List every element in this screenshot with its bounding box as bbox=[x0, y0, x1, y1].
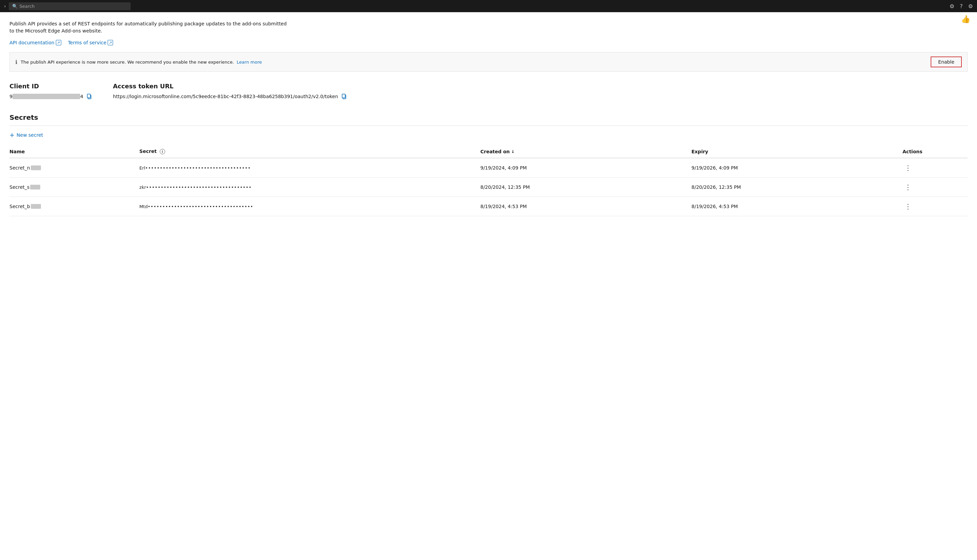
settings-icon[interactable]: ⚙ bbox=[950, 3, 954, 10]
access-token-block: Access token URL https://login.microsoft… bbox=[113, 83, 348, 100]
th-expiry: Expiry bbox=[691, 145, 902, 158]
th-secret: Secret i bbox=[139, 145, 480, 158]
api-docs-external-icon: ↗ bbox=[56, 40, 61, 45]
links-row: API documentation ↗ Terms of service ↗ bbox=[10, 40, 967, 45]
new-secret-button[interactable]: + New secret bbox=[10, 131, 43, 138]
secrets-tbody: Secret_n Erl••••••••••••••••••••••••••••… bbox=[10, 158, 967, 216]
info-banner: ℹ The publish API experience is now more… bbox=[10, 52, 967, 72]
access-token-copy-button[interactable] bbox=[341, 93, 348, 100]
th-secret-label: Secret bbox=[139, 148, 157, 154]
help-icon[interactable]: ? bbox=[960, 3, 963, 10]
table-row: Secret_b Mtd••••••••••••••••••••••••••••… bbox=[10, 197, 967, 216]
main-content: Publish API provides a set of REST endpo… bbox=[0, 12, 977, 224]
terms-external-icon: ↗ bbox=[108, 40, 113, 45]
row3-secret-dots: •••••••••••••••••••••••••••••••••••• bbox=[148, 204, 253, 209]
svg-rect-1 bbox=[87, 94, 90, 98]
row3-name-masked: Secret_b bbox=[10, 204, 41, 209]
api-docs-label: API documentation bbox=[10, 40, 55, 45]
table-row: Secret_s zkr••••••••••••••••••••••••••••… bbox=[10, 178, 967, 197]
th-name: Name bbox=[10, 145, 139, 158]
user-settings-icon[interactable]: ⚙ bbox=[968, 3, 973, 10]
client-id-suffix: 4 bbox=[80, 94, 83, 99]
feedback-icon-container: 👍 bbox=[961, 15, 970, 23]
row2-action-menu-button[interactable]: ⋮ bbox=[902, 182, 914, 192]
row1-actions: ⋮ bbox=[902, 158, 967, 178]
row1-secret-prefix: Erl bbox=[139, 165, 145, 170]
terms-of-service-link[interactable]: Terms of service ↗ bbox=[68, 40, 113, 45]
client-id-prefix: 9 bbox=[10, 94, 13, 99]
api-description: Publish API provides a set of REST endpo… bbox=[10, 20, 287, 35]
banner-message: The publish API experience is now more s… bbox=[21, 60, 927, 65]
access-token-url: https://login.microsoftonline.com/5c9eed… bbox=[113, 94, 338, 99]
row2-created: 8/20/2024, 12:35 PM bbox=[480, 178, 692, 197]
row3-name: Secret_b bbox=[10, 197, 139, 216]
copy-icon-token bbox=[342, 94, 347, 99]
th-actions: Actions bbox=[902, 145, 967, 158]
secrets-table: Name Secret i Created on ↓ Expiry Action… bbox=[10, 145, 967, 216]
row1-name-masked: Secret_n bbox=[10, 165, 41, 170]
row2-actions: ⋮ bbox=[902, 178, 967, 197]
table-header: Name Secret i Created on ↓ Expiry Action… bbox=[10, 145, 967, 158]
row3-name-gray bbox=[31, 204, 41, 209]
row1-action-menu-button[interactable]: ⋮ bbox=[902, 163, 914, 173]
row3-secret: Mtd•••••••••••••••••••••••••••••••••••• bbox=[139, 197, 480, 216]
search-container: 🔍 Search bbox=[9, 2, 131, 10]
row1-secret-dots: •••••••••••••••••••••••••••••••••••• bbox=[145, 165, 251, 170]
client-id-copy-button[interactable] bbox=[86, 93, 93, 100]
topbar-chevron: › bbox=[4, 3, 6, 9]
row3-action-menu-button[interactable]: ⋮ bbox=[902, 202, 914, 211]
search-icon: 🔍 bbox=[12, 4, 18, 9]
plus-icon: + bbox=[10, 131, 15, 138]
topbar: › 🔍 Search ⚙ ? ⚙ bbox=[0, 0, 977, 12]
row3-created: 8/19/2024, 4:53 PM bbox=[480, 197, 692, 216]
secrets-divider bbox=[10, 125, 967, 126]
secrets-section: Secrets + New secret Name Secret i Creat… bbox=[10, 113, 967, 216]
search-placeholder-text: Search bbox=[20, 4, 35, 9]
terms-label: Terms of service bbox=[68, 40, 107, 45]
topbar-icons: ⚙ ? ⚙ bbox=[950, 3, 973, 10]
new-secret-label: New secret bbox=[17, 132, 43, 138]
access-token-value: https://login.microsoftonline.com/5c9eed… bbox=[113, 93, 348, 100]
row3-name-prefix: Secret_b bbox=[10, 204, 30, 209]
row3-expiry: 8/19/2026, 4:53 PM bbox=[691, 197, 902, 216]
row2-secret-dots: •••••••••••••••••••••••••••••••••••• bbox=[146, 185, 252, 190]
banner-info-icon: ℹ bbox=[15, 59, 17, 65]
access-token-label: Access token URL bbox=[113, 83, 348, 90]
row1-name: Secret_n bbox=[10, 158, 139, 178]
row2-name-gray bbox=[30, 185, 40, 190]
row2-secret-prefix: zkr bbox=[139, 185, 146, 190]
row3-actions: ⋮ bbox=[902, 197, 967, 216]
row2-name-prefix: Secret_s bbox=[10, 184, 30, 190]
client-id-block: Client ID 9 4 bbox=[10, 83, 93, 100]
credentials-section: Client ID 9 4 Access token URL htt bbox=[10, 83, 967, 100]
th-created-on-label: Created on bbox=[480, 149, 510, 154]
secrets-title: Secrets bbox=[10, 113, 967, 122]
th-created-on[interactable]: Created on ↓ bbox=[480, 145, 692, 158]
row2-name-masked: Secret_s bbox=[10, 184, 40, 190]
secret-info-icon[interactable]: i bbox=[160, 149, 165, 154]
table-row: Secret_n Erl••••••••••••••••••••••••••••… bbox=[10, 158, 967, 178]
client-id-value: 9 4 bbox=[10, 93, 93, 100]
thumbs-up-icon[interactable]: 👍 bbox=[961, 15, 970, 23]
enable-button[interactable]: Enable bbox=[930, 57, 962, 67]
row3-secret-prefix: Mtd bbox=[139, 204, 148, 209]
row1-created: 9/19/2024, 4:09 PM bbox=[480, 158, 692, 178]
client-id-masked: 9 4 bbox=[10, 94, 83, 99]
copy-icon bbox=[87, 94, 92, 99]
row1-expiry: 9/19/2026, 4:09 PM bbox=[691, 158, 902, 178]
sort-down-icon: ↓ bbox=[511, 149, 514, 154]
client-id-label: Client ID bbox=[10, 83, 93, 90]
row2-secret: zkr•••••••••••••••••••••••••••••••••••• bbox=[139, 178, 480, 197]
row1-name-gray bbox=[31, 165, 41, 170]
client-id-masked-gray bbox=[13, 94, 80, 99]
row2-expiry: 8/20/2026, 12:35 PM bbox=[691, 178, 902, 197]
header-row: Name Secret i Created on ↓ Expiry Action… bbox=[10, 145, 967, 158]
svg-rect-3 bbox=[342, 94, 345, 98]
learn-more-link[interactable]: Learn more bbox=[237, 60, 262, 65]
row2-name: Secret_s bbox=[10, 178, 139, 197]
row1-name-prefix: Secret_n bbox=[10, 165, 30, 170]
row1-secret: Erl•••••••••••••••••••••••••••••••••••• bbox=[139, 158, 480, 178]
api-docs-link[interactable]: API documentation ↗ bbox=[10, 40, 61, 45]
